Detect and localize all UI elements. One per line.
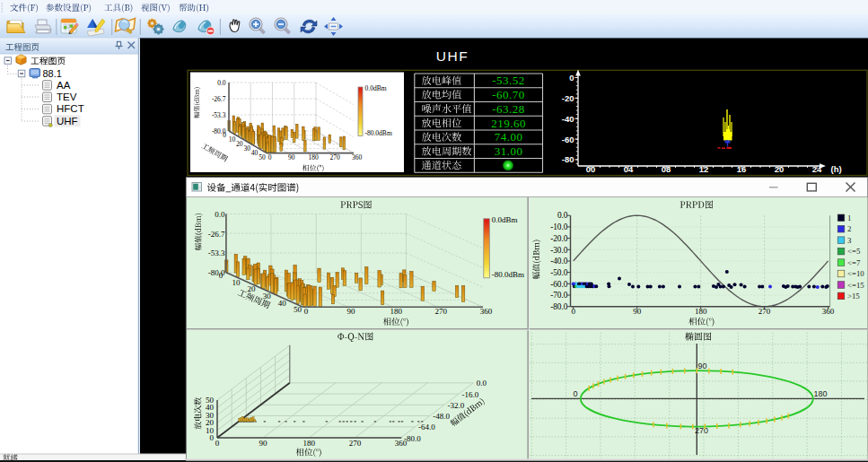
svg-text:74.00: 74.00: [495, 130, 523, 144]
svg-text:AA: AA: [57, 80, 71, 91]
svg-text:0: 0: [215, 439, 220, 448]
svg-text:90: 90: [288, 153, 295, 161]
svg-text:<=15: <=15: [847, 281, 864, 290]
svg-text:08: 08: [662, 164, 671, 174]
svg-text:0: 0: [223, 131, 226, 139]
svg-text:-80.0: -80.0: [550, 302, 568, 311]
svg-text:UHF: UHF: [57, 116, 78, 126]
svg-text:12: 12: [699, 164, 709, 174]
svg-text:16: 16: [737, 164, 747, 174]
svg-text:2: 2: [847, 224, 851, 233]
svg-text:50: 50: [259, 153, 266, 161]
svg-text:0: 0: [569, 73, 574, 83]
svg-text:30: 30: [243, 144, 250, 153]
svg-text:00: 00: [586, 164, 596, 174]
svg-text:0.0dBm: 0.0dBm: [365, 84, 387, 92]
svg-text:HFCT: HFCT: [57, 103, 84, 114]
svg-text:-48.0: -48.0: [433, 412, 450, 421]
svg-text:-20.0: -20.0: [550, 234, 568, 243]
svg-text:20: 20: [248, 284, 257, 293]
svg-text:1: 1: [847, 214, 851, 222]
svg-text:<=5: <=5: [847, 247, 861, 256]
svg-text:0.0: 0.0: [217, 79, 226, 87]
svg-text:219.60: 219.60: [491, 117, 526, 130]
svg-text:<=10: <=10: [847, 269, 864, 278]
svg-text:-53.3: -53.3: [208, 248, 225, 257]
svg-text:180: 180: [302, 439, 315, 448]
svg-text:20: 20: [775, 164, 785, 174]
svg-text:0: 0: [304, 307, 309, 316]
svg-text:270: 270: [349, 439, 362, 448]
svg-text:0: 0: [268, 153, 272, 161]
svg-text:10: 10: [232, 278, 241, 287]
svg-text:88.1: 88.1: [43, 68, 62, 79]
svg-text:180: 180: [695, 307, 707, 316]
svg-text:-64.0: -64.0: [418, 423, 435, 431]
svg-text:360: 360: [822, 307, 835, 316]
svg-text:24: 24: [812, 164, 822, 174]
svg-text:10: 10: [229, 135, 236, 144]
svg-text:50: 50: [294, 305, 302, 314]
svg-text:-40: -40: [562, 114, 574, 124]
svg-text:-40.0: -40.0: [550, 257, 568, 266]
svg-text:270: 270: [330, 153, 341, 161]
svg-text:0.0dBm: 0.0dBm: [492, 215, 518, 224]
svg-text:0: 0: [219, 271, 224, 280]
svg-text:-53.3: -53.3: [212, 111, 226, 119]
svg-text:0: 0: [573, 389, 577, 398]
svg-text:-70.0: -70.0: [550, 291, 568, 300]
svg-text:-32.0: -32.0: [448, 401, 465, 410]
svg-text:-30.0: -30.0: [550, 246, 568, 255]
svg-text:0.0: 0.0: [215, 210, 225, 219]
svg-text:50: 50: [206, 396, 215, 405]
svg-text:31.00: 31.00: [495, 144, 523, 158]
svg-text:90: 90: [347, 307, 356, 316]
svg-text:180: 180: [308, 153, 319, 161]
svg-text:40: 40: [278, 299, 287, 308]
svg-text:0.0: 0.0: [557, 211, 568, 220]
svg-text:270: 270: [695, 426, 708, 435]
svg-text:90: 90: [259, 439, 268, 448]
svg-text:-50.0: -50.0: [550, 268, 568, 277]
svg-text:04: 04: [624, 164, 634, 174]
svg-text:-63.28: -63.28: [492, 102, 525, 116]
svg-text:30: 30: [263, 292, 272, 301]
svg-text:-80.0: -80.0: [404, 434, 421, 443]
svg-text:-20: -20: [562, 93, 574, 103]
svg-text:-10.0: -10.0: [550, 222, 568, 231]
svg-text:40: 40: [251, 149, 259, 157]
svg-text:270: 270: [758, 307, 771, 316]
svg-text:-80: -80: [562, 154, 574, 164]
svg-text:90: 90: [633, 307, 642, 316]
svg-text:-53.52: -53.52: [492, 74, 525, 87]
svg-text:360: 360: [352, 153, 363, 161]
svg-text:-80.0dBm: -80.0dBm: [492, 270, 524, 279]
svg-text:-60: -60: [562, 135, 574, 144]
svg-text:(h): (h): [831, 164, 842, 174]
svg-text:0: 0: [571, 307, 575, 316]
svg-text:20: 20: [236, 140, 243, 148]
svg-text:-16.0: -16.0: [462, 390, 479, 399]
svg-text:3: 3: [847, 236, 852, 245]
svg-text:-26.7: -26.7: [212, 95, 226, 103]
svg-text:-26.7: -26.7: [208, 230, 225, 239]
svg-text:360: 360: [480, 307, 493, 316]
svg-text:90: 90: [698, 362, 707, 370]
svg-text:-80.0: -80.0: [208, 268, 225, 277]
svg-text:0.0: 0.0: [477, 379, 487, 388]
svg-text:-60.70: -60.70: [492, 88, 525, 101]
svg-text:-80.0dBm: -80.0dBm: [365, 129, 392, 137]
svg-text:TEV: TEV: [57, 92, 77, 102]
svg-text:<=7: <=7: [847, 258, 861, 267]
svg-text:>15: >15: [847, 292, 860, 301]
svg-text:UHF: UHF: [436, 48, 469, 64]
svg-text:-60.0: -60.0: [550, 280, 568, 289]
svg-text:270: 270: [435, 307, 448, 316]
svg-text:180: 180: [814, 389, 828, 398]
svg-text:180: 180: [390, 307, 402, 316]
